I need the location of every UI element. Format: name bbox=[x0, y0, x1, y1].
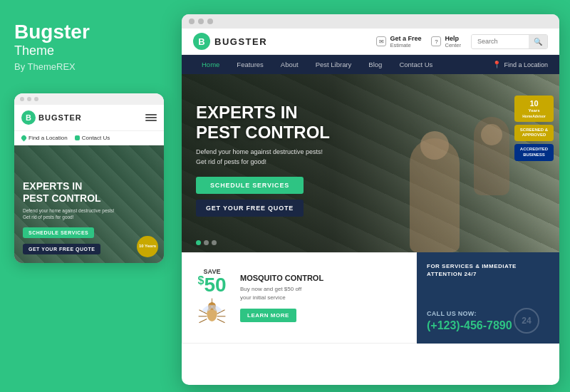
desktop-dot-3 bbox=[207, 19, 213, 24]
hero-desc-1: Defend your home against destructive pes… bbox=[196, 148, 323, 155]
mobile-hero: 10 Years EXPERTS IN PEST CONTROL Defend … bbox=[14, 145, 164, 263]
svg-line-4 bbox=[200, 319, 207, 322]
logo-letter: B bbox=[198, 36, 204, 47]
estimate-label-sub: Estimate bbox=[390, 42, 421, 48]
desktop-topbar-actions: ✉ Get a Free Estimate ? Help Center 🔍 bbox=[376, 34, 548, 49]
hero-slider-dots bbox=[196, 240, 217, 245]
mobile-hero-desc: Defend your home against destructive pes… bbox=[23, 207, 155, 220]
promo-number: 50 bbox=[204, 274, 226, 296]
nav-item-blog[interactable]: Blog bbox=[360, 55, 390, 74]
location-pin-icon: 📍 bbox=[492, 61, 501, 68]
cta-section: FOR SERVICES & IMMEDIATE ATTENTION 24/7 … bbox=[417, 252, 559, 344]
hero-title-line1: EXPERTS IN bbox=[196, 103, 298, 122]
mobile-hero-title-line2: PEST CONTROL bbox=[23, 192, 101, 204]
nav-item-features[interactable]: Features bbox=[228, 55, 272, 74]
mobile-mockup: BUGSTER Find a Location Contact Us 10 bbox=[14, 93, 164, 263]
mobile-hero-title: EXPERTS IN PEST CONTROL bbox=[23, 180, 155, 205]
cta-call-info: CALL US NOW: (+123)-456-7890 bbox=[427, 310, 512, 332]
schedule-services-btn[interactable]: SCHEDULE SERVICES bbox=[196, 177, 304, 194]
hamburger-line-2 bbox=[145, 117, 157, 118]
mobile-hero-desc-1: Defend your home against destructive pes… bbox=[23, 208, 115, 213]
nav-item-pest-library[interactable]: Pest Library bbox=[307, 55, 361, 74]
free-quote-btn[interactable]: GET YOUR FREE QUOTE bbox=[196, 200, 304, 217]
desktop-logo: B BUGSTER bbox=[193, 33, 267, 50]
mobile-navbar: BUGSTER bbox=[14, 105, 164, 131]
promo-desc: Buy now and get $50 off your initial ser… bbox=[240, 285, 406, 301]
cta-right: CALL US NOW: (+123)-456-7890 24 bbox=[427, 308, 549, 334]
cta-phone-number[interactable]: (+123)-456-7890 bbox=[427, 319, 512, 332]
mobile-hero-desc-2: Get rid of pests for good! bbox=[23, 215, 74, 220]
cta-call-label: CALL US NOW: bbox=[427, 310, 512, 317]
mobile-badge-text: 10 Years bbox=[139, 244, 156, 249]
homeadvisor-text: HomeAdvisor bbox=[519, 114, 549, 119]
desktop-topbar: B BUGSTER ✉ Get a Free Estimate ? Help C… bbox=[182, 29, 559, 55]
nav-item-home[interactable]: Home bbox=[193, 55, 228, 74]
hamburger-line-1 bbox=[145, 114, 157, 115]
screened-text: SCREENED & APPROVED bbox=[519, 128, 549, 139]
left-panel: Bugster Theme By ThemeREX BUGSTER bbox=[0, 0, 171, 392]
promo-title: MOSQUITO CONTROL bbox=[240, 274, 406, 282]
help-center-action[interactable]: ? Help Center bbox=[431, 35, 461, 48]
hamburger-menu[interactable] bbox=[145, 114, 157, 121]
mobile-topbar: Find a Location Contact Us bbox=[14, 131, 164, 145]
desktop-dot-2 bbox=[198, 19, 204, 24]
years-badge: 10 Years HomeAdvisor bbox=[514, 96, 554, 122]
mobile-schedule-btn[interactable]: SCHEDULE SERVICES bbox=[23, 227, 94, 238]
brand-subtitle: Theme bbox=[14, 43, 157, 58]
nav-item-contact[interactable]: Contact Us bbox=[390, 55, 441, 74]
mobile-find-location[interactable]: Find a Location bbox=[21, 135, 68, 141]
hero-buttons: SCHEDULE SERVICES GET YOUR FREE QUOTE bbox=[196, 177, 304, 217]
mobile-badge: 10 Years bbox=[137, 236, 158, 257]
help-labels: Help Center bbox=[445, 35, 461, 48]
desktop-nav-items: Home Features About Pest Library Blog Co… bbox=[193, 55, 441, 74]
search-input[interactable] bbox=[472, 35, 529, 48]
find-location-nav[interactable]: 📍 Find a Location bbox=[492, 61, 548, 68]
dot-1 bbox=[20, 97, 24, 101]
mobile-quote-btn[interactable]: GET YOUR FREE QUOTE bbox=[23, 244, 100, 254]
promo-desc-1: Buy now and get $50 off bbox=[240, 286, 301, 292]
hero-dot-1[interactable] bbox=[196, 240, 201, 245]
estimate-labels: Get a Free Estimate bbox=[390, 35, 421, 48]
desktop-hero-content: EXPERTS IN PEST CONTROL Defend your home… bbox=[182, 74, 559, 231]
promo-icon-area: SAVE $50 bbox=[192, 268, 232, 327]
get-estimate-action[interactable]: ✉ Get a Free Estimate bbox=[376, 35, 421, 48]
nav-item-about[interactable]: About bbox=[272, 55, 307, 74]
find-location-text: Find a Location bbox=[504, 61, 548, 68]
screened-badge: SCREENED & APPROVED bbox=[514, 125, 554, 142]
desktop-hero-desc: Defend your home against destructive pes… bbox=[196, 148, 545, 167]
bbb-text: ACCREDITED BUSINESS bbox=[519, 147, 549, 158]
mobile-contact-us[interactable]: Contact Us bbox=[75, 135, 110, 141]
hero-title-line2: PEST CONTROL bbox=[196, 123, 330, 142]
help-label-main: Help bbox=[445, 35, 461, 42]
search-button[interactable]: 🔍 bbox=[529, 35, 547, 48]
help-icon: ? bbox=[431, 36, 441, 46]
desktop-logo-icon: B bbox=[193, 33, 210, 50]
dot-2 bbox=[27, 97, 31, 101]
estimate-icon: ✉ bbox=[376, 36, 386, 46]
desktop-bottom-section: SAVE $50 bbox=[182, 252, 559, 344]
desktop-hero: 10 Years HomeAdvisor SCREENED & APPROVED… bbox=[182, 74, 559, 252]
desktop-navbar: Home Features About Pest Library Blog Co… bbox=[182, 55, 559, 74]
mobile-hero-content: EXPERTS IN PEST CONTROL Defend your home… bbox=[23, 180, 155, 254]
mosquito-icon bbox=[196, 296, 228, 328]
promo-text-area: MOSQUITO CONTROL Buy now and get $50 off… bbox=[240, 274, 406, 321]
location-icon bbox=[21, 134, 28, 141]
hamburger-line-3 bbox=[145, 120, 157, 121]
hero-dot-2[interactable] bbox=[204, 240, 209, 245]
hero-dot-3[interactable] bbox=[212, 240, 217, 245]
hero-desc-2: Get rid of pests for good! bbox=[196, 158, 266, 165]
promo-desc-2: your initial service bbox=[240, 294, 286, 301]
24-hour-icon: 24 bbox=[514, 308, 539, 334]
svg-line-7 bbox=[217, 319, 225, 322]
brand-by: By ThemeREX bbox=[14, 61, 157, 72]
contact-us-label: Contact Us bbox=[82, 135, 110, 141]
years-text: Years bbox=[519, 108, 549, 114]
dot-3 bbox=[34, 97, 38, 101]
learn-more-btn[interactable]: LEARN MORE bbox=[240, 309, 296, 322]
bbb-badge: ACCREDITED BUSINESS bbox=[514, 144, 554, 161]
search-bar[interactable]: 🔍 bbox=[471, 34, 548, 49]
brand-name: Bugster bbox=[14, 21, 157, 43]
cta-top-text: FOR SERVICES & IMMEDIATE ATTENTION 24/7 bbox=[427, 262, 549, 278]
mobile-window-dots bbox=[14, 93, 164, 105]
find-location-label: Find a Location bbox=[28, 135, 68, 141]
